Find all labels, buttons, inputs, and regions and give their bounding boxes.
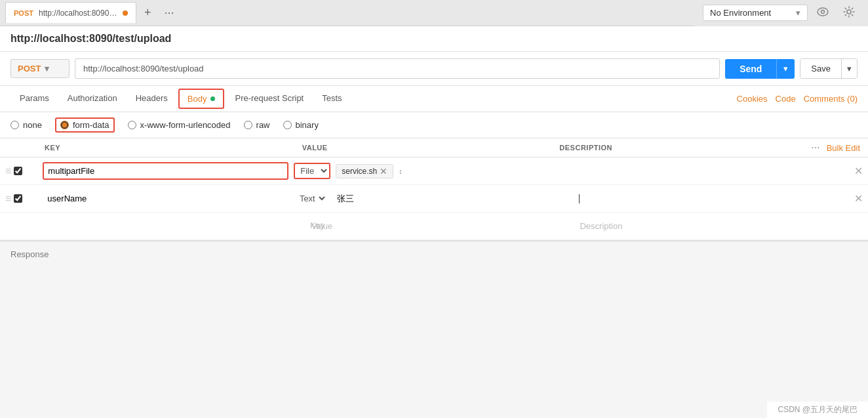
row-value-2 — [327, 188, 585, 209]
type-select-2[interactable]: Text File — [296, 192, 327, 205]
row-key-2 — [37, 188, 296, 209]
desc-input-1[interactable] — [592, 163, 838, 179]
radio-raw[interactable] — [244, 121, 252, 129]
tab-authorization[interactable]: Authorization — [58, 87, 127, 111]
tab-headers[interactable]: Headers — [127, 87, 177, 111]
body-active-dot — [210, 96, 215, 101]
radio-urlencoded[interactable] — [128, 121, 136, 129]
request-tabs-nav: Params Authorization Headers Body Pre-re… — [0, 86, 868, 112]
cursor-hover-indicator: ↕ — [399, 167, 403, 175]
row-desc-1 — [587, 160, 843, 182]
send-button[interactable]: Send — [725, 59, 776, 79]
placeholder-value: Value — [306, 219, 575, 234]
send-button-group: Send ▾ — [725, 59, 795, 79]
tab-bar: POST http://localhost:8090/test/uploa + … — [0, 0, 695, 26]
save-button-group: Save ▾ — [800, 58, 858, 79]
key-input-2[interactable] — [43, 190, 290, 207]
delete-row-button-2[interactable]: ✕ — [854, 192, 863, 205]
env-chevron-icon: ▾ — [796, 8, 800, 18]
url-input[interactable] — [75, 58, 720, 79]
row-key-1 — [37, 159, 294, 182]
tab-body-label: Body — [187, 94, 207, 104]
code-link[interactable]: Code — [776, 94, 796, 104]
header-description: DESCRIPTION — [553, 138, 810, 157]
body-options-bar: none form-data x-www-form-urlencoded raw… — [0, 112, 868, 138]
row-checkbox-1[interactable] — [14, 167, 37, 175]
add-tab-button[interactable]: + — [139, 3, 157, 22]
three-dots-icon[interactable]: ··· — [811, 142, 819, 154]
settings-icon-button[interactable] — [838, 3, 860, 23]
checkbox-row-2[interactable] — [14, 194, 22, 203]
desc-input-2[interactable] — [590, 190, 838, 207]
tab-method: POST — [14, 9, 33, 17]
option-urlencoded[interactable]: x-www-form-urlencoded — [128, 120, 231, 130]
radio-none[interactable] — [10, 121, 19, 129]
row-checkbox-2[interactable] — [14, 194, 37, 203]
placeholder-value-label: Value — [311, 221, 332, 231]
row-type-1: File Text — [294, 163, 330, 179]
file-name-1: service.sh — [342, 167, 377, 176]
url-header: http://localhost:8090/test/upload — [0, 26, 868, 52]
placeholder-desc: Description — [574, 219, 843, 234]
header-key: KEY — [38, 138, 296, 157]
type-select-1[interactable]: File Text — [294, 163, 330, 179]
response-section: Response — [0, 241, 868, 267]
checkbox-row-1[interactable] — [14, 167, 22, 175]
drag-handle-icon[interactable]: ≡ — [5, 165, 11, 177]
option-none[interactable]: none — [10, 120, 42, 130]
row-type-2: Text File — [296, 192, 327, 205]
table-row: ≡ File Text service.sh ✕ ↕ ✕ — [0, 157, 868, 185]
placeholder-key-input[interactable] — [43, 218, 301, 234]
environment-select[interactable]: No Environment ▾ — [703, 5, 808, 21]
eye-icon-button[interactable] — [812, 5, 834, 22]
method-chevron-icon: ▾ — [45, 64, 49, 73]
delete-row-button-1[interactable]: ✕ — [854, 165, 863, 177]
tab-params[interactable]: Params — [10, 87, 58, 111]
method-select[interactable]: POST ▾ — [10, 59, 69, 78]
value-input-2[interactable] — [332, 190, 579, 207]
tab-body[interactable]: Body — [178, 89, 225, 109]
radio-form-data[interactable] — [60, 121, 69, 129]
text-cursor — [579, 194, 580, 203]
table-row: ≡ Text File ✕ — [0, 185, 868, 213]
option-binary[interactable]: binary — [283, 120, 319, 130]
row-desc-2 — [585, 188, 843, 209]
svg-point-2 — [847, 10, 851, 14]
bulk-edit-button[interactable]: Bulk Edit — [824, 140, 863, 156]
placeholder-desc-label: Description — [580, 221, 622, 231]
tab-url: http://localhost:8090/test/uploa — [39, 9, 117, 18]
key-input-1[interactable] — [43, 162, 288, 180]
save-dropdown-button[interactable]: ▾ — [841, 59, 857, 78]
file-remove-button-1[interactable]: ✕ — [380, 167, 387, 176]
env-label: No Environment — [710, 8, 771, 18]
option-binary-label: binary — [296, 120, 319, 130]
drag-handle-spacer: ≡ — [5, 220, 11, 232]
option-urlencoded-label: x-www-form-urlencoded — [140, 120, 231, 130]
svg-point-1 — [821, 10, 825, 13]
option-raw-label: raw — [256, 120, 270, 130]
more-tabs-button[interactable]: ··· — [159, 3, 180, 22]
option-raw[interactable]: raw — [244, 120, 270, 130]
response-label: Response — [10, 249, 49, 259]
table-header-row: KEY VALUE DESCRIPTION ··· Bulk Edit — [0, 138, 868, 157]
save-button[interactable]: Save — [800, 59, 841, 78]
row-value-1: service.sh ✕ ↕ — [330, 161, 587, 181]
cookies-link[interactable]: Cookies — [737, 94, 768, 104]
row-delete-1: ✕ — [843, 165, 863, 177]
option-form-data[interactable]: form-data — [55, 117, 115, 133]
header-value: VALUE — [296, 138, 553, 157]
option-none-label: none — [23, 120, 42, 130]
comments-link[interactable]: Comments (0) — [804, 94, 858, 104]
params-table: KEY VALUE DESCRIPTION ··· Bulk Edit ≡ Fi… — [0, 138, 868, 241]
drag-handle-icon[interactable]: ≡ — [5, 193, 11, 205]
option-form-data-label: form-data — [73, 120, 109, 130]
active-tab[interactable]: POST http://localhost:8090/test/uploa — [5, 2, 136, 23]
send-dropdown-button[interactable]: ▾ — [776, 59, 795, 79]
radio-binary[interactable] — [283, 121, 292, 129]
tab-tests[interactable]: Tests — [313, 87, 351, 111]
placeholder-key: Key — [37, 215, 306, 237]
tab-pre-request-script[interactable]: Pre-request Script — [226, 87, 313, 111]
svg-point-0 — [818, 8, 828, 16]
method-label: POST — [18, 64, 41, 73]
tab-unsaved-dot — [123, 10, 128, 16]
